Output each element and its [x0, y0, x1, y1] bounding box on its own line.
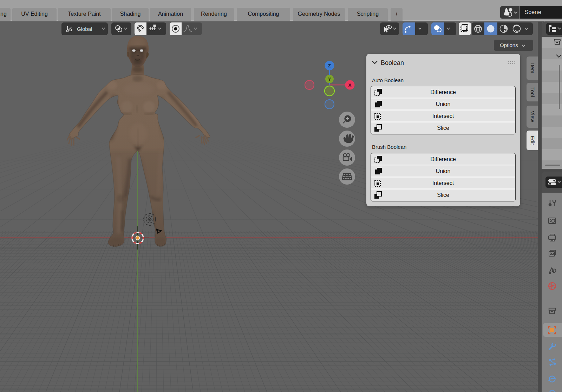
svg-text:Z: Z	[328, 63, 331, 68]
svg-text:Y: Y	[328, 77, 331, 82]
svg-text:X: X	[348, 82, 352, 88]
